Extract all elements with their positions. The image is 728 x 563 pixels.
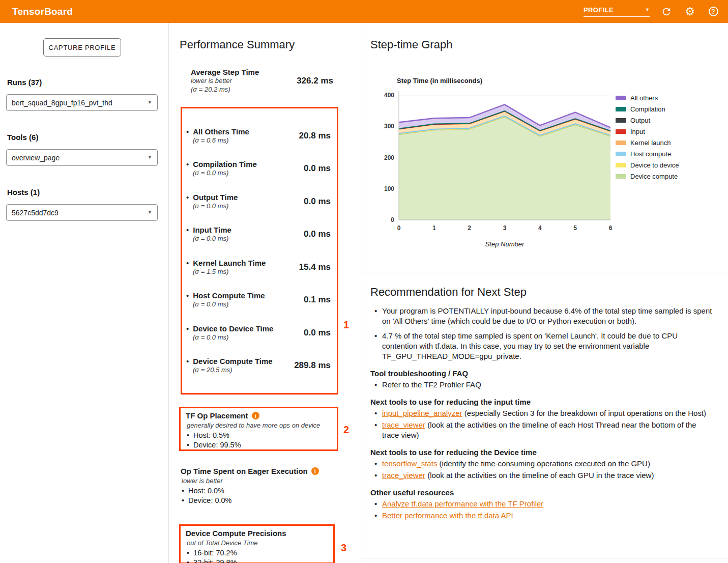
legend-label: Device to device	[630, 161, 679, 169]
legend-label: Host compute	[630, 150, 671, 158]
app-title: TensorBoard	[12, 6, 73, 17]
tools-select-value: overview_page	[12, 154, 60, 162]
legend-item: All others	[616, 95, 679, 100]
metric-row: Output Time (σ = 0.0 ms) 0.0 ms	[184, 193, 331, 210]
svg-text:300: 300	[384, 123, 394, 130]
metric-left: Kernel Launch Time (σ = 1.5 ms)	[184, 259, 266, 276]
legend-label: Kernel launch	[630, 139, 671, 147]
gear-icon	[685, 5, 695, 18]
metric-row: All Others Time (σ = 0.6 ms) 20.8 ms	[184, 127, 331, 145]
tensorflow-stats-link[interactable]: tensorflow_stats	[382, 459, 437, 468]
eager-execution-heading: Op Time Spent on Eager Execution	[181, 467, 336, 475]
tool-item-text: (look at the activities on the timeline …	[425, 471, 654, 480]
metric-row: Host Compute Time (σ = 0.0 ms) 0.1 ms	[184, 291, 331, 308]
svg-text:100: 100	[384, 185, 394, 192]
performance-summary-title: Performance Summary	[180, 38, 295, 51]
metric-left: Compilation Time (σ = 0.0 ms)	[184, 160, 257, 177]
metric-sigma: (σ = 0.0 ms)	[193, 234, 231, 243]
hosts-select[interactable]: 5627c5dd7dc9	[6, 204, 158, 221]
legend-item: Kernel launch	[616, 140, 679, 145]
metric-sigma: (σ = 1.5 ms)	[193, 267, 266, 276]
runs-select[interactable]: bert_squad_8gpu_fp16_pvt_thd	[6, 94, 158, 111]
metric-left: Output Time (σ = 0.0 ms)	[184, 193, 238, 210]
metric-sigma: (σ = 20.2 ms)	[191, 85, 259, 94]
metric-row: Compilation Time (σ = 0.0 ms) 0.0 ms	[184, 160, 331, 177]
recommendation-bullet: Your program is POTENTIALLY input-bound …	[370, 306, 715, 326]
trace-viewer-link[interactable]: trace_viewer	[382, 471, 425, 480]
tf-op-placement-host: Host: 0.5%	[186, 431, 332, 440]
eager-execution-subtitle: lower is better	[182, 476, 336, 485]
recommendation-title: Recommendation for Next Step	[370, 286, 715, 299]
legend-item: Device compute	[616, 174, 679, 179]
chart-title: Step Time (in milliseconds)	[397, 77, 482, 85]
dashboard-selector[interactable]: PROFILE	[584, 6, 650, 17]
settings-button[interactable]	[683, 5, 696, 18]
svg-text:200: 200	[384, 154, 394, 161]
step-time-breakdown-box: All Others Time (σ = 0.6 ms) 20.8 ms Com…	[181, 107, 338, 395]
input-tools-heading: Next tools to use for reducing the input…	[370, 398, 715, 406]
legend-label: Output	[630, 117, 650, 124]
average-step-time-labels: Average Step Time lower is better (σ = 2…	[191, 68, 259, 94]
input-pipeline-analyzer-link[interactable]: input_pipeline_analyzer	[382, 409, 462, 417]
metric-row: Device Compute Time (σ = 20.5 ms) 289.8 …	[184, 357, 331, 374]
metric-sigma: (σ = 0.6 ms)	[193, 136, 249, 145]
svg-text:6: 6	[609, 224, 613, 232]
svg-text:5: 5	[573, 224, 577, 232]
tool-item: trace_viewer (look at the activities on …	[370, 420, 715, 440]
help-button[interactable]	[707, 5, 720, 18]
tf-op-placement-heading: TF Op Placement	[186, 411, 332, 420]
annotation-3: 3	[341, 542, 346, 554]
faq-item-text: Refer to the TF2 Profiler FAQ	[382, 380, 481, 389]
eager-execution-title: Op Time Spent on Eager Execution	[181, 467, 308, 475]
tf-op-placement-box: TF Op Placement generally desired to hav…	[179, 407, 338, 451]
faq-heading: Tool troubleshooting / FAQ	[370, 369, 715, 378]
metric-sigma: (σ = 0.0 ms)	[193, 333, 273, 342]
legend-label: Device compute	[630, 173, 678, 180]
metric-label: Kernel Launch Time	[184, 259, 266, 267]
metric-sigma: (σ = 20.5 ms)	[193, 365, 273, 374]
svg-text:0: 0	[397, 224, 401, 232]
tfdata-api-link[interactable]: Better performance with the tf.data API	[382, 511, 513, 520]
svg-text:4: 4	[538, 224, 542, 232]
tool-item-text: (look at the activities on the timeline …	[382, 420, 696, 439]
metric-row: Kernel Launch Time (σ = 1.5 ms) 15.4 ms	[184, 259, 331, 276]
recommendation-text: Your program is POTENTIALLY input-bound …	[382, 306, 712, 325]
resources-heading: Other useful resources	[370, 488, 715, 497]
info-icon[interactable]	[252, 412, 259, 419]
device-tools-heading: Next tools to use for reducing the Devic…	[370, 448, 715, 457]
legend-swatch	[616, 96, 626, 100]
legend-item: Output	[616, 118, 679, 123]
tf-op-placement-subtitle: generally desired to have more ops on de…	[187, 421, 332, 430]
chevron-down-icon	[148, 210, 152, 215]
chevron-down-icon	[645, 8, 650, 12]
metric-value: 15.4 ms	[299, 262, 331, 272]
tools-select[interactable]: overview_page	[6, 149, 158, 166]
metric-value: 0.0 ms	[304, 229, 331, 239]
svg-text:1: 1	[432, 224, 436, 232]
legend-swatch	[616, 107, 626, 111]
metric-value: 326.2 ms	[297, 76, 333, 86]
metric-value: 0.0 ms	[304, 163, 331, 174]
eager-execution-block: Op Time Spent on Eager Execution lower i…	[181, 467, 336, 505]
info-icon[interactable]	[311, 467, 319, 475]
legend-item: Input	[616, 129, 679, 134]
tf-op-placement-device: Device: 99.5%	[186, 440, 332, 450]
performance-summary-panel: Performance Summary Average Step Time lo…	[169, 23, 361, 563]
refresh-button[interactable]	[660, 5, 673, 18]
metric-label: Device to Device Time	[184, 324, 273, 333]
step-time-graph-title: Step-time Graph	[370, 38, 452, 51]
legend-item: Compilation	[616, 106, 679, 111]
metric-value: 0.0 ms	[304, 328, 331, 338]
legend-swatch	[616, 118, 626, 123]
capture-profile-button[interactable]: CAPTURE PROFILE	[43, 38, 121, 57]
trace-viewer-link[interactable]: trace_viewer	[382, 420, 425, 429]
metric-sigma: (σ = 0.0 ms)	[193, 300, 265, 308]
recommendation-bullet: 4.7 % of the total step time sampled is …	[370, 331, 715, 361]
dashboard-selector-value: PROFILE	[584, 6, 614, 14]
metric-label: Input Time	[184, 226, 231, 234]
metric-label: Compilation Time	[184, 160, 257, 168]
tfdata-performance-link[interactable]: Analyze tf.data performance with the TF …	[382, 499, 543, 508]
metric-left: Device Compute Time (σ = 20.5 ms)	[184, 357, 273, 374]
metric-label: Average Step Time	[191, 68, 259, 76]
svg-text:400: 400	[384, 92, 394, 99]
